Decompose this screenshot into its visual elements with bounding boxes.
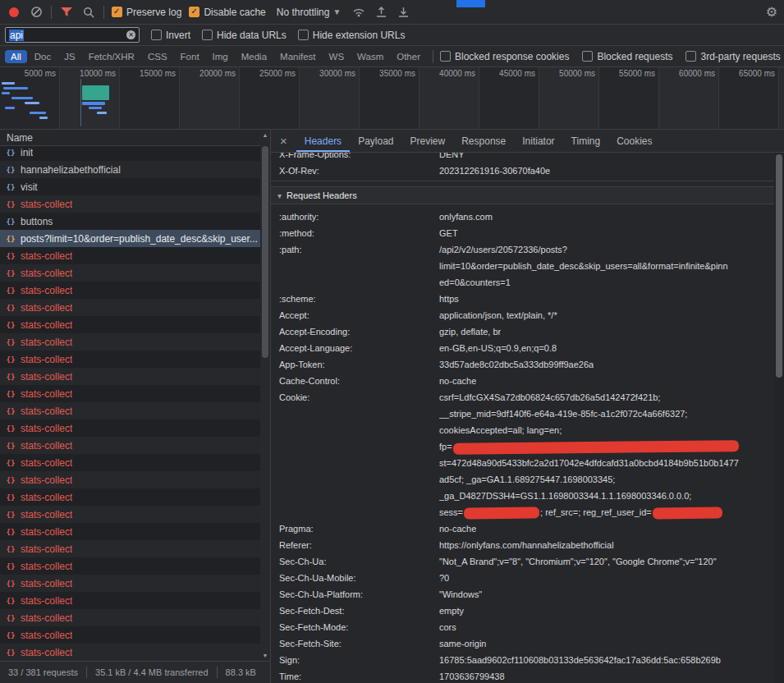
- toolbar-separator: [51, 6, 52, 19]
- filter-pill-font[interactable]: Font: [175, 50, 205, 63]
- tab-payload[interactable]: Payload: [350, 130, 401, 152]
- requests-scrollbar[interactable]: ▲ ▼: [260, 130, 270, 661]
- clear-button[interactable]: [29, 5, 44, 20]
- overview-activity-bar: [97, 112, 107, 114]
- clear-input-icon[interactable]: ✕: [126, 30, 135, 39]
- request-name: stats-collect: [21, 354, 72, 365]
- request-row[interactable]: {}hannahelizabethofficial: [0, 161, 260, 178]
- network-overview[interactable]: 5000 ms10000 ms15000 ms20000 ms25000 ms3…: [0, 67, 784, 130]
- filter-pill-css[interactable]: CSS: [142, 50, 173, 63]
- invert-checkbox[interactable]: Invert: [151, 30, 190, 41]
- preserve-log-checkbox[interactable]: Preserve log: [112, 7, 181, 18]
- request-row[interactable]: {}stats-collect: [0, 523, 260, 540]
- request-row[interactable]: {}buttons: [0, 213, 260, 230]
- record-button[interactable]: [7, 5, 21, 20]
- export-har-button[interactable]: [396, 5, 410, 20]
- request-row[interactable]: {}stats-collect: [0, 333, 260, 351]
- details-scrollbar[interactable]: [774, 153, 784, 683]
- request-row[interactable]: {}stats-collect: [0, 368, 260, 385]
- header-value: cors: [439, 619, 456, 635]
- network-conditions-button[interactable]: [351, 5, 366, 20]
- tab-headers[interactable]: Headers: [296, 130, 350, 152]
- checkbox-blocked-requests[interactable]: Blocked requests: [582, 51, 672, 62]
- request-row[interactable]: {}stats-collect: [0, 195, 260, 213]
- tab-timing[interactable]: Timing: [563, 130, 609, 152]
- request-row[interactable]: {}stats-collect: [0, 454, 260, 471]
- request-name: stats-collect: [21, 578, 72, 589]
- throttling-select[interactable]: No throttling ▼: [273, 5, 345, 20]
- header-name: X-Frame-Options:: [279, 153, 439, 163]
- filter-pill-ws[interactable]: WS: [323, 50, 351, 63]
- toolbar-separator: [103, 6, 104, 19]
- close-details-button[interactable]: ×: [271, 130, 296, 152]
- tab-initiator[interactable]: Initiator: [514, 130, 562, 152]
- overview-activity-bar: [89, 107, 102, 109]
- request-row[interactable]: {}stats-collect: [0, 626, 260, 644]
- request-row[interactable]: {}stats-collect: [0, 557, 260, 575]
- scroll-down-icon[interactable]: ▼: [260, 653, 270, 658]
- script-file-icon: {}: [5, 407, 16, 415]
- headers-content: X-Frame-Options:DENYX-Of-Rev:20231226191…: [271, 153, 774, 683]
- header-row: :authority:onlyfans.com: [271, 209, 774, 225]
- script-file-icon: {}: [5, 614, 16, 622]
- request-row[interactable]: {}stats-collect: [0, 316, 260, 333]
- filter-pill-other[interactable]: Other: [391, 50, 426, 63]
- filter-input[interactable]: api ✕: [5, 27, 140, 43]
- request-headers-section-header[interactable]: ▾Request Headers: [271, 186, 774, 204]
- header-name: X-Of-Rev:: [279, 163, 439, 179]
- scrollbar-thumb[interactable]: [262, 146, 268, 358]
- filter-pill-img[interactable]: Img: [207, 50, 234, 63]
- filter-pill-wasm[interactable]: Wasm: [351, 50, 389, 63]
- disable-cache-checkbox[interactable]: Disable cache: [189, 7, 265, 18]
- disable-cache-label: Disable cache: [204, 7, 265, 18]
- request-row[interactable]: {}stats-collect: [0, 540, 260, 557]
- request-row[interactable]: {}stats-collect: [0, 282, 260, 299]
- tab-preview[interactable]: Preview: [402, 130, 454, 152]
- scrollbar-thumb[interactable]: [776, 154, 782, 378]
- request-row[interactable]: {}stats-collect: [0, 471, 260, 488]
- filter-pill-manifest[interactable]: Manifest: [274, 50, 321, 63]
- hide-extension-urls-label: Hide extension URLs: [313, 30, 406, 41]
- request-row[interactable]: {}stats-collect: [0, 402, 260, 419]
- request-row[interactable]: {}stats-collect: [0, 385, 260, 402]
- request-row[interactable]: {}posts?limit=10&order=publish_date_desc…: [0, 230, 260, 247]
- checkbox-blocked-response-cookies[interactable]: Blocked response cookies: [440, 51, 569, 62]
- script-file-icon: {}: [5, 149, 16, 157]
- header-value: /api2/v2/users/20572336/posts?limit=10&o…: [439, 241, 728, 291]
- filter-pill-doc[interactable]: Doc: [29, 50, 57, 63]
- request-row[interactable]: {}stats-collect: [0, 264, 260, 282]
- request-row[interactable]: {}stats-collect: [0, 609, 260, 626]
- request-row[interactable]: {}stats-collect: [0, 506, 260, 523]
- header-name: :authority:: [279, 209, 439, 225]
- import-har-button[interactable]: [374, 5, 388, 20]
- request-row[interactable]: {}stats-collect: [0, 351, 260, 368]
- request-row[interactable]: {}init: [0, 144, 260, 161]
- request-row[interactable]: {}stats-collect: [0, 644, 260, 661]
- tab-cookies[interactable]: Cookies: [608, 130, 660, 152]
- gear-icon[interactable]: ⚙: [766, 6, 777, 19]
- filter-pill-fetch-xhr[interactable]: Fetch/XHR: [83, 50, 140, 63]
- request-row[interactable]: {}stats-collect: [0, 437, 260, 454]
- request-row[interactable]: {}stats-collect: [0, 419, 260, 437]
- header-value: 202312261916-30670fa40e: [439, 163, 550, 179]
- scroll-up-icon[interactable]: ▲: [260, 132, 270, 138]
- tab-response[interactable]: Response: [453, 130, 514, 152]
- checkbox-3rd-party-requests[interactable]: 3rd-party requests: [685, 51, 780, 62]
- checkbox-label: 3rd-party requests: [700, 51, 780, 62]
- filter-pill-media[interactable]: Media: [236, 50, 273, 63]
- search-icon: [83, 7, 94, 18]
- request-row[interactable]: {}stats-collect: [0, 299, 260, 316]
- hide-data-urls-checkbox[interactable]: Hide data URLs: [202, 30, 287, 41]
- filter-button[interactable]: [59, 5, 74, 20]
- request-row[interactable]: {}stats-collect: [0, 592, 260, 609]
- request-row[interactable]: {}stats-collect: [0, 488, 260, 506]
- filter-pill-all[interactable]: All: [5, 50, 27, 63]
- header-name: Sec-Fetch-Site:: [279, 635, 439, 652]
- checkbox-label: Blocked requests: [597, 51, 672, 62]
- hide-extension-urls-checkbox[interactable]: Hide extension URLs: [298, 30, 406, 41]
- request-row[interactable]: {}visit: [0, 178, 260, 195]
- search-button[interactable]: [81, 5, 96, 20]
- request-row[interactable]: {}stats-collect: [0, 575, 260, 592]
- request-row[interactable]: {}stats-collect: [0, 247, 260, 264]
- filter-pill-js[interactable]: JS: [58, 50, 80, 63]
